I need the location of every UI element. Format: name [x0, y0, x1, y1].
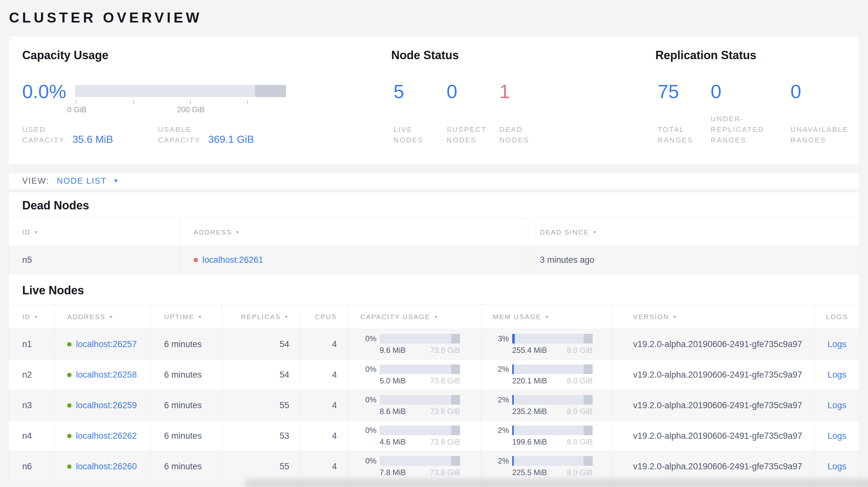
live-col-cpus: CPUS [301, 304, 348, 329]
live-status-dot-icon [67, 373, 71, 377]
sort-arrow-icon: ▼ [197, 314, 203, 319]
mem-bar-reserved [584, 456, 593, 466]
live-col-id[interactable]: ID▼ [9, 304, 54, 329]
dead-node-dead-since: 3 minutes ago [528, 246, 859, 274]
mem-used-value: 225.5 MiB [512, 468, 547, 477]
dead-nodes-label: DEAD NODES [499, 124, 548, 145]
live-col-capacity-usage[interactable]: CAPACITY USAGE▼ [348, 304, 481, 329]
under-replicated-label: UNDER-REPLICATED RANGES [711, 113, 772, 145]
live-node-address-cell: localhost:26258 [54, 360, 150, 390]
view-bar: VIEW: NODE LIST ▼ [8, 173, 860, 189]
cluster-summary-card: Capacity Usage 0.0% 0 GiB 200 GiB USED C… [8, 36, 860, 164]
sort-arrow-icon: ▼ [34, 314, 39, 319]
live-col-version[interactable]: VERSION▼ [612, 304, 814, 329]
unavailable-ranges-count: 0 [790, 82, 853, 101]
live-node-cpus: 4 [301, 421, 348, 451]
capacity-total-value: 73.8 GiB [430, 407, 460, 416]
capacity-bar-reserved [451, 395, 460, 404]
capacity-used-value: 8.6 MiB [380, 407, 406, 416]
mem-bar [512, 456, 593, 466]
dead-nodes-title: Dead Nodes [9, 192, 859, 218]
live-node-mem-usage: 2% 225.5 MiB 8.0 GiB [481, 451, 612, 482]
total-ranges-label: TOTAL RANGES [658, 124, 706, 145]
logs-link[interactable]: Logs [828, 339, 846, 349]
capacity-total-value: 73.8 GiB [430, 346, 460, 355]
live-node-mem-usage: 2% 220.1 MiB 8.0 GiB [481, 360, 612, 390]
live-node-address-link[interactable]: localhost:26258 [76, 370, 137, 380]
dead-node-id: n5 [9, 246, 181, 274]
capacity-percent-label: 0% [349, 456, 376, 465]
view-selector-dropdown[interactable]: NODE LIST ▼ [57, 176, 119, 186]
live-node-uptime: 6 minutes [150, 421, 222, 451]
live-node-cpus: 4 [301, 451, 348, 482]
logs-link[interactable]: Logs [828, 462, 846, 472]
sort-arrow-icon: ▼ [672, 314, 678, 319]
live-nodes-table: ID▼ ADDRESS▼ UPTIME▼ REPLICAS▼ CPUS CAPA… [9, 304, 859, 482]
live-col-uptime[interactable]: UPTIME▼ [150, 304, 222, 329]
live-node-address-link[interactable]: localhost:26262 [76, 431, 137, 441]
mem-bar-fill [512, 364, 514, 374]
capacity-bar-reserved [451, 426, 460, 435]
live-node-address-link[interactable]: localhost:26259 [76, 400, 137, 411]
live-nodes-count: 5 [394, 82, 442, 101]
capacity-percent-label: 0% [349, 334, 376, 343]
live-node-uptime: 6 minutes [150, 390, 222, 421]
live-node-cpus: 4 [301, 329, 348, 360]
live-node-mem-usage: 2% 199.6 MiB 8.0 GiB [481, 421, 612, 451]
mem-total-value: 8.0 GiB [567, 437, 593, 447]
capacity-bar-reserved [451, 364, 460, 374]
capacity-bar-reserved [451, 334, 460, 344]
live-node-address-link[interactable]: localhost:26260 [76, 462, 137, 472]
mem-used-value: 220.1 MiB [512, 376, 547, 385]
live-node-address-link[interactable]: localhost:26257 [76, 339, 137, 349]
mem-total-value: 8.0 GiB [567, 407, 593, 416]
live-node-logs-cell: Logs [814, 421, 859, 451]
capacity-used-value: 4.6 MiB [380, 437, 406, 447]
mem-total-value: 8.0 GiB [567, 376, 593, 385]
mem-total-value: 8.0 GiB [567, 468, 593, 477]
live-col-address[interactable]: ADDRESS▼ [54, 304, 150, 329]
mem-bar [512, 395, 593, 404]
sort-arrow-icon: ▼ [109, 314, 114, 319]
dead-nodes-stat: 1 DEAD NODES [499, 82, 548, 145]
capacity-reserved-segment [255, 85, 286, 97]
live-node-replicas: 54 [222, 329, 301, 360]
dead-col-address[interactable]: ADDRESS▼ [181, 218, 528, 246]
live-node-id: n4 [9, 421, 54, 451]
sort-arrow-icon: ▼ [545, 314, 550, 319]
mem-percent-label: 2% [481, 426, 509, 435]
live-nodes-title: Live Nodes [9, 274, 859, 304]
live-node-uptime: 6 minutes [150, 329, 222, 360]
logs-link[interactable]: Logs [828, 370, 846, 380]
dead-col-dead-since[interactable]: DEAD SINCE▼ [528, 218, 859, 246]
live-col-mem-usage[interactable]: MEM USAGE▼ [481, 304, 612, 329]
axis-tick [76, 100, 76, 104]
mem-bar-fill [512, 456, 514, 466]
replication-status-title: Replication Status [655, 48, 756, 62]
total-ranges-stat: 75 TOTAL RANGES [658, 82, 706, 145]
used-capacity-stat: USED CAPACITY 35.6 MiB [22, 124, 113, 145]
live-node-logs-cell: Logs [814, 360, 859, 390]
live-node-logs-cell: Logs [814, 390, 859, 421]
logs-link[interactable]: Logs [828, 400, 846, 411]
capacity-total-value: 73.8 GiB [430, 376, 460, 385]
live-node-uptime: 6 minutes [150, 360, 222, 390]
page-title: CLUSTER OVERVIEW [9, 10, 860, 26]
live-node-version: v19.2.0-alpha.20190606-2491-gfe735c9a97 [612, 421, 814, 451]
mem-used-value: 235.2 MiB [512, 407, 547, 416]
capacity-bar [380, 456, 460, 466]
capacity-percent-label: 0% [349, 426, 376, 435]
live-node-cpus: 4 [301, 360, 348, 390]
suspect-nodes-label: SUSPECT NODES [446, 124, 495, 145]
live-node-address-cell: localhost:26260 [54, 451, 150, 482]
under-replicated-ranges-stat: 0 UNDER-REPLICATED RANGES [711, 82, 772, 145]
logs-link[interactable]: Logs [828, 431, 846, 441]
usable-capacity-value: 369.1 GiB [208, 133, 254, 145]
dead-col-id[interactable]: ID▼ [9, 218, 181, 246]
dead-status-dot-icon [194, 258, 198, 262]
live-col-replicas[interactable]: REPLICAS▼ [222, 304, 301, 329]
dead-node-address-link[interactable]: localhost:26261 [203, 255, 263, 265]
live-node-capacity-usage: 0% 7.8 MiB 73.8 GiB [348, 451, 481, 482]
live-status-dot-icon [67, 464, 71, 469]
usable-capacity-stat: USABLE CAPACITY 369.1 GiB [158, 124, 254, 145]
